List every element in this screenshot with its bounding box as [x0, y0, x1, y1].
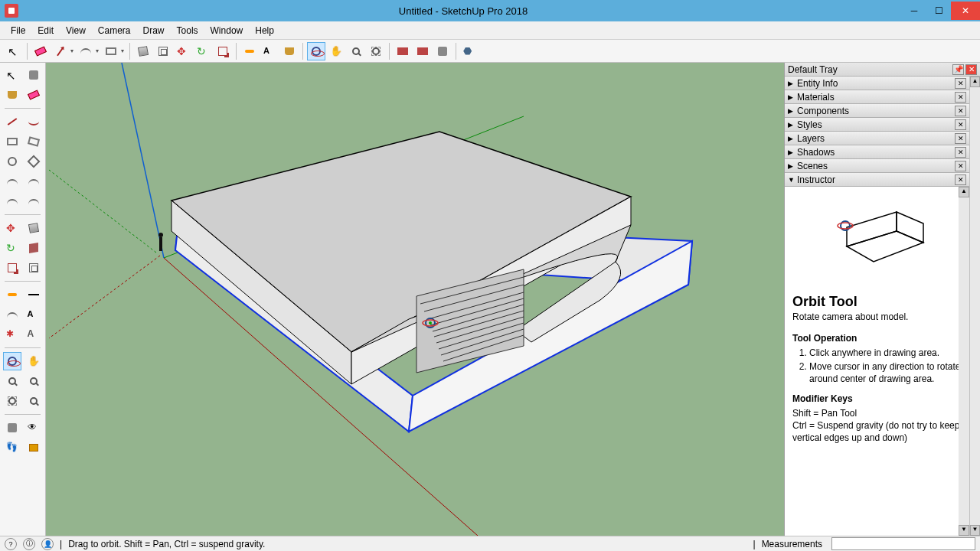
drawing-viewport[interactable] — [46, 63, 784, 536]
menu-help[interactable]: Help — [249, 23, 280, 38]
menu-camera[interactable]: Camera — [92, 23, 137, 38]
menu-view[interactable]: View — [60, 23, 92, 38]
position-camera-button[interactable] — [3, 419, 21, 437]
instructor-scrollbar[interactable]: ▲ ▼ — [959, 187, 969, 536]
walk-button[interactable] — [3, 439, 21, 457]
scale-left-button[interactable] — [3, 259, 21, 277]
maximize-button[interactable]: ☐ — [926, 2, 951, 20]
panel-components[interactable]: ▶Components✕ — [785, 104, 969, 118]
freehand-button[interactable] — [24, 112, 43, 131]
pan-left-button[interactable] — [24, 352, 43, 370]
pie-button[interactable] — [24, 192, 43, 210]
zoom-extents-left-button[interactable] — [3, 392, 21, 410]
rectangle-button[interactable] — [3, 132, 21, 151]
share-button[interactable] — [413, 42, 432, 60]
orbit-button[interactable] — [307, 42, 325, 60]
eraser-button[interactable] — [31, 42, 50, 60]
line-button[interactable] — [51, 42, 70, 60]
offset-button[interactable] — [154, 42, 172, 60]
geolocation-icon[interactable]: ? — [5, 538, 17, 550]
minimize-button[interactable]: ─ — [902, 2, 926, 20]
panel-close-icon[interactable]: ✕ — [955, 161, 966, 171]
orbit-left-button[interactable] — [3, 352, 21, 370]
move-button[interactable] — [174, 42, 192, 60]
tray-header: Default Tray 📌 ✕ — [785, 63, 980, 77]
profile-icon[interactable]: 👤 — [41, 538, 54, 550]
eraser-left-button[interactable] — [24, 86, 43, 104]
axes-button[interactable] — [3, 325, 21, 344]
pan-button[interactable] — [327, 42, 345, 60]
circle-button[interactable] — [3, 152, 21, 171]
rotate-button[interactable] — [194, 42, 212, 60]
zoom-left-button[interactable] — [3, 372, 21, 390]
menu-tools[interactable]: Tools — [171, 23, 204, 38]
menu-window[interactable]: Window — [204, 23, 250, 38]
menu-file[interactable]: File — [5, 23, 31, 38]
3dtext-button[interactable] — [24, 325, 43, 344]
protractor-button[interactable] — [3, 305, 21, 324]
text-button[interactable] — [260, 42, 279, 60]
panel-scenes[interactable]: ▶Scenes✕ — [785, 159, 969, 173]
rotated-rect-button[interactable] — [24, 132, 43, 151]
3pt-arc-button[interactable] — [3, 192, 21, 210]
scale-button[interactable] — [214, 42, 232, 60]
tray-scrollbar[interactable]: ▲ ▼ — [969, 77, 980, 536]
panel-instructor[interactable]: ▼Instructor✕ — [785, 173, 969, 187]
credits-icon[interactable]: ⓘ — [23, 538, 35, 550]
make-component-button[interactable] — [24, 66, 43, 84]
select-tool-button[interactable] — [5, 42, 23, 60]
move-icon — [177, 45, 189, 57]
panel-close-icon[interactable]: ✕ — [955, 106, 966, 116]
close-button[interactable]: ✕ — [951, 2, 980, 20]
tape-left-button[interactable] — [3, 285, 21, 304]
zoom-window-button[interactable] — [24, 372, 43, 390]
offset-left-button[interactable] — [24, 259, 43, 277]
dimension-button[interactable] — [24, 285, 43, 304]
2pt-arc-button[interactable] — [24, 172, 43, 191]
extension-manager-button[interactable] — [460, 42, 479, 60]
look-around-button[interactable] — [24, 419, 43, 437]
arc-icon — [7, 179, 18, 184]
section-button[interactable] — [24, 439, 43, 457]
tape-button[interactable] — [240, 42, 259, 60]
previous-view-button[interactable] — [24, 392, 43, 410]
measurements-input[interactable] — [831, 537, 975, 550]
panel-shadows[interactable]: ▶Shadows✕ — [785, 145, 969, 159]
move-left-button[interactable] — [3, 219, 21, 237]
text-left-button[interactable] — [24, 305, 43, 324]
panel-close-icon[interactable]: ✕ — [955, 92, 966, 103]
paint-button[interactable] — [280, 42, 299, 60]
instructor-modifier: Shift = Pan Tool — [792, 407, 962, 419]
followme-button[interactable] — [24, 239, 43, 257]
svg-marker-30 — [847, 212, 897, 246]
menu-draw[interactable]: Draw — [137, 23, 171, 38]
extension-warehouse-button[interactable] — [433, 42, 452, 60]
pushpull-left-button[interactable] — [24, 219, 43, 237]
panel-label: Entity Info — [797, 78, 838, 89]
zoom-extents-button[interactable] — [367, 42, 385, 60]
panel-styles[interactable]: ▶Styles✕ — [785, 118, 969, 132]
line-left-button[interactable] — [3, 112, 21, 131]
warehouse-button[interactable] — [394, 42, 412, 60]
tray-close-button[interactable]: ✕ — [965, 64, 977, 75]
panel-entity-info[interactable]: ▶Entity Info✕ — [785, 77, 969, 90]
paint-bucket-button[interactable] — [3, 86, 21, 104]
panel-close-icon[interactable]: ✕ — [955, 78, 966, 89]
panel-close-icon[interactable]: ✕ — [955, 133, 966, 144]
polygon-icon — [27, 155, 40, 168]
shape-button[interactable] — [102, 42, 120, 60]
panel-close-icon[interactable]: ✕ — [955, 147, 966, 158]
panel-layers[interactable]: ▶Layers✕ — [785, 132, 969, 145]
panel-close-icon[interactable]: ✕ — [955, 174, 966, 185]
zoom-button[interactable] — [347, 42, 365, 60]
arc-button[interactable] — [77, 42, 95, 60]
panel-materials[interactable]: ▶Materials✕ — [785, 90, 969, 104]
panel-close-icon[interactable]: ✕ — [955, 119, 966, 130]
select-button[interactable] — [3, 66, 21, 84]
tray-pin-button[interactable]: 📌 — [952, 64, 964, 75]
pushpull-button[interactable] — [134, 42, 152, 60]
menu-edit[interactable]: Edit — [31, 23, 60, 38]
rotate-left-button[interactable] — [3, 239, 21, 257]
arc-left-button[interactable] — [3, 172, 21, 191]
polygon-button[interactable] — [24, 152, 43, 171]
